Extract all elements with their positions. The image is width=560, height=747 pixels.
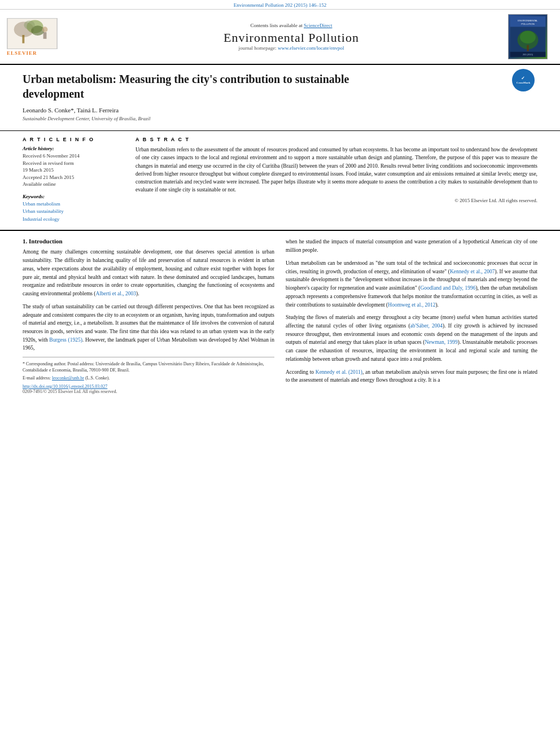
- svg-point-5: [24, 20, 35, 29]
- main-content: 1. Introduction Among the many challenge…: [0, 231, 560, 400]
- article-info-column: A R T I C L E I N F O Article history: R…: [23, 137, 124, 223]
- ref-absaber[interactable]: ab'Sáber, 2004: [410, 323, 443, 329]
- journal-citation: Environmental Pollution 202 (2015) 146–1…: [234, 2, 327, 8]
- svg-rect-3: [22, 34, 24, 43]
- footnote-corresponding: * Corresponding author. Postal address: …: [23, 361, 274, 373]
- keyword-2: Urban sustainability: [23, 208, 124, 216]
- article-info-abstract-section: A R T I C L E I N F O Article history: R…: [0, 131, 560, 231]
- received-revised-label: Received in revised form: [23, 160, 124, 167]
- crossmark-icon: ✓ CrossMark: [512, 69, 535, 91]
- ep-cover-thumbnail: ENVIRONMENTAL POLLUTION 202 (2015): [508, 14, 548, 59]
- svg-text:202 (2015): 202 (2015): [523, 54, 533, 56]
- affiliation: Sustainable Development Center, Universi…: [23, 116, 537, 121]
- journal-homepage: journal homepage: www.elsevier.com/locat…: [80, 45, 502, 51]
- journal-citation-bar: Environmental Pollution 202 (2015) 146–1…: [0, 0, 560, 10]
- journal-title: Environmental Pollution: [80, 30, 502, 45]
- doi-link[interactable]: http://dx.doi.org/10.1016/j.envpol.2015.…: [23, 384, 274, 389]
- ref-newman[interactable]: Newman, 1999: [425, 339, 457, 345]
- journal-header: ELSEVIER Contents lists available at Sci…: [0, 10, 560, 65]
- right-paragraph-2: Urban metabolism can be understood as "t…: [286, 259, 537, 309]
- keyword-3: Industrial ecology: [23, 216, 124, 224]
- svg-rect-15: [527, 45, 529, 51]
- copyright-notice: © 2015 Elsevier Ltd. All rights reserved…: [135, 198, 537, 203]
- intro-paragraph-2: The study of urban sustainability can be…: [23, 303, 274, 352]
- journal-cover-image: ENVIRONMENTAL POLLUTION 202 (2015): [508, 14, 553, 59]
- section-1-heading: 1. Introduction: [23, 238, 274, 244]
- crossmark-badge[interactable]: ✓ CrossMark: [512, 69, 537, 94]
- accepted-date: Accepted 21 March 2015: [23, 174, 124, 181]
- ref-burgess[interactable]: Burgess (1925): [49, 337, 82, 343]
- svg-point-6: [42, 27, 48, 32]
- right-paragraph-3: Studying the flows of materials and ener…: [286, 313, 537, 363]
- elsevier-logo-area: ELSEVIER: [7, 18, 75, 56]
- svg-text:POLLUTION: POLLUTION: [521, 23, 534, 25]
- footnote-section: * Corresponding author. Postal address: …: [23, 357, 274, 394]
- elsevier-wordmark: ELSEVIER: [7, 50, 37, 56]
- homepage-url[interactable]: www.elsevier.com/locate/envpol: [278, 45, 344, 51]
- email-link[interactable]: leoconke@unb.br: [52, 375, 84, 381]
- ref-goodland[interactable]: Goodland and Daly, 1996: [420, 285, 475, 291]
- footnote-email: E-mail address: leoconke@unb.br (L.S. Co…: [23, 375, 274, 381]
- journal-center-info: Contents lists available at ScienceDirec…: [80, 23, 502, 51]
- ref-kennedy2007[interactable]: Kennedy et al., 2007: [450, 269, 495, 274]
- ref-hoomweg[interactable]: Hoomweg et al., 2012: [388, 302, 435, 308]
- ref-alberti[interactable]: Alberti et al., 2003: [96, 291, 137, 296]
- paper-title: Urban metabolism: Measuring the city's c…: [23, 72, 406, 101]
- svg-rect-7: [43, 32, 47, 39]
- right-column: when he studied the impacts of material …: [286, 238, 537, 394]
- elsevier-tree-image: [7, 18, 58, 49]
- left-column: 1. Introduction Among the many challenge…: [23, 238, 274, 394]
- author-names: Leonardo S. Conke*, Tainá L. Ferreira: [23, 107, 119, 113]
- contents-available-label: Contents lists available at: [251, 23, 303, 28]
- intro-paragraph-1: Among the many challenges concerning sus…: [23, 248, 274, 298]
- ref-kennedy2011[interactable]: Kennedy et al. (2011): [316, 369, 362, 375]
- keyword-1: Urban metabolism: [23, 200, 124, 208]
- available-online: Available online: [23, 181, 124, 188]
- authors: Leonardo S. Conke*, Tainá L. Ferreira: [23, 107, 537, 113]
- received-date: Received 6 November 2014: [23, 152, 124, 160]
- svg-text:ENVIRONMENTAL: ENVIRONMENTAL: [518, 19, 538, 22]
- email-label: E-mail address:: [23, 375, 51, 381]
- right-paragraph-1: when he studied the impacts of material …: [286, 238, 537, 254]
- svg-point-14: [520, 31, 536, 43]
- sciencedirect-link[interactable]: ScienceDirect: [304, 23, 332, 28]
- paper-title-section: ✓ CrossMark Urban metabolism: Measuring …: [0, 65, 560, 131]
- section-number: 1.: [23, 238, 27, 244]
- homepage-label: journal homepage:: [239, 45, 277, 51]
- email-suffix: (L.S. Conke).: [85, 375, 110, 381]
- abstract-column: A B S T R A C T Urban metabolism refers …: [135, 137, 537, 223]
- article-info-heading: A R T I C L E I N F O: [23, 137, 124, 142]
- abstract-heading: A B S T R A C T: [135, 137, 537, 142]
- issn-line: 0269-7491/© 2015 Elsevier Ltd. All right…: [23, 389, 274, 394]
- section-title: Introduction: [29, 238, 63, 244]
- article-history-label: Article history:: [23, 146, 124, 151]
- abstract-text: Urban metabolism refers to the assessmen…: [135, 146, 537, 194]
- keywords-label: Keywords:: [23, 194, 124, 199]
- right-paragraph-4: According to Kennedy et al. (2011), an u…: [286, 368, 537, 385]
- revised-date: 19 March 2015: [23, 167, 124, 174]
